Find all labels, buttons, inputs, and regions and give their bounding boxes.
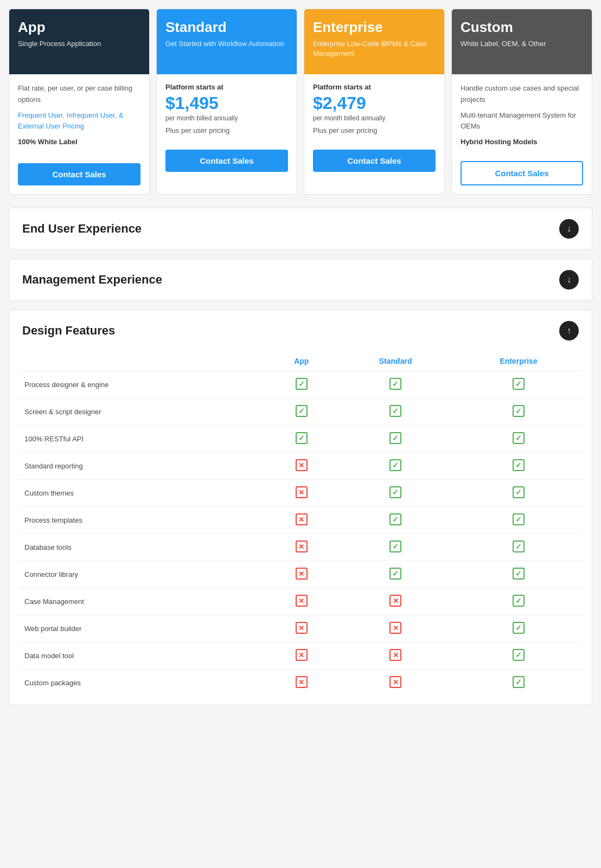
accordion-icon-end-user: ↓ xyxy=(559,219,579,239)
features-table: AppStandardEnterprise Process designer &… xyxy=(18,351,583,696)
plan-card-app: AppSingle Process ApplicationFlat rate, … xyxy=(9,9,150,195)
plan-feature-item: Hybrid Hosting Models xyxy=(461,137,583,148)
table-row: Process templates xyxy=(18,506,583,533)
design-features-header[interactable]: Design Features ↑ xyxy=(9,310,592,351)
cross-icon xyxy=(389,595,401,607)
plan-price-note-enterprise: per month billed annually xyxy=(313,114,436,122)
feature-cell-app xyxy=(266,533,337,561)
plan-body-standard: Platform starts at$1,495per month billed… xyxy=(157,74,297,194)
plan-pricing-label-standard: Platform starts at xyxy=(165,83,288,91)
check-icon xyxy=(296,432,308,444)
feature-name-cell: Screen & script designer xyxy=(18,398,266,425)
feature-name-cell: Standard reporting xyxy=(18,452,266,479)
check-icon xyxy=(513,541,525,552)
feature-cell-enterprise xyxy=(454,479,583,506)
check-icon xyxy=(296,378,308,390)
cross-icon xyxy=(296,568,308,580)
check-icon xyxy=(513,486,525,498)
feature-cell-standard xyxy=(337,506,454,533)
feature-col-header-enterprise: Enterprise xyxy=(454,351,583,371)
feature-cell-app xyxy=(266,506,337,533)
feature-cell-standard xyxy=(337,479,454,506)
plan-name-enterprise: Enterprise xyxy=(313,19,436,36)
feature-cell-standard xyxy=(337,669,454,696)
contact-sales-button-standard[interactable]: Contact Sales xyxy=(165,150,288,172)
plan-features-app: Flat rate, per user, or per case billing… xyxy=(18,83,140,155)
design-features-section: Design Features ↑ AppStandardEnterprise … xyxy=(9,310,592,705)
cross-icon xyxy=(296,459,308,471)
plan-cta-enterprise: Contact Sales xyxy=(313,150,436,172)
table-row: Database tools xyxy=(18,533,583,561)
plan-name-standard: Standard xyxy=(165,19,288,36)
feature-cell-app xyxy=(266,425,337,452)
plan-header-enterprise: EnterpriseEnterprise Low-Code iBPMs & Ca… xyxy=(304,9,444,74)
table-row: Custom themes xyxy=(18,479,583,506)
feature-name-cell: Process templates xyxy=(18,506,266,533)
table-row: Web portal builder xyxy=(18,615,583,642)
accordion-icon-management: ↓ xyxy=(559,270,579,290)
feature-cell-standard xyxy=(337,533,454,561)
cross-icon xyxy=(296,622,308,634)
feature-cell-standard xyxy=(337,452,454,479)
plan-header-standard: StandardGet Started with Workflow Automa… xyxy=(157,9,297,74)
cross-icon xyxy=(296,513,308,525)
check-icon xyxy=(513,459,525,471)
feature-cell-standard xyxy=(337,642,454,669)
check-icon xyxy=(513,622,525,634)
contact-sales-button-custom[interactable]: Contact Sales xyxy=(461,161,583,185)
feature-cell-app xyxy=(266,669,337,696)
feature-cell-standard xyxy=(337,615,454,642)
feature-cell-app xyxy=(266,615,337,642)
plan-subtitle-standard: Get Started with Workflow Automation xyxy=(165,39,288,49)
check-icon xyxy=(389,541,401,552)
feature-name-cell: Custom themes xyxy=(18,479,266,506)
cross-icon xyxy=(296,595,308,607)
feature-cell-enterprise xyxy=(454,561,583,588)
table-row: Data model tool xyxy=(18,642,583,669)
end-user-experience-accordion[interactable]: End User Experience ↓ xyxy=(9,208,592,250)
feature-name-cell: Connector library xyxy=(18,561,266,588)
feature-name-cell: Data model tool xyxy=(18,642,266,669)
feature-cell-app xyxy=(266,561,337,588)
cross-icon xyxy=(389,622,401,634)
check-icon xyxy=(513,378,525,390)
design-features-title: Design Features xyxy=(22,324,115,338)
feature-cell-enterprise xyxy=(454,506,583,533)
feature-name-cell: Case Management xyxy=(18,588,266,615)
feature-cell-standard xyxy=(337,425,454,452)
pricing-cards: AppSingle Process ApplicationFlat rate, … xyxy=(9,9,592,195)
plan-feature-item: Multi-tenant Management System for OEMs xyxy=(461,110,583,133)
plan-name-custom: Custom xyxy=(461,19,583,36)
check-icon xyxy=(389,459,401,471)
plan-body-custom: Handle custom use cases and special proj… xyxy=(452,74,592,194)
plan-subtitle-custom: White Label, OEM, & Other xyxy=(461,39,583,49)
contact-sales-button-enterprise[interactable]: Contact Sales xyxy=(313,150,436,172)
feature-name-cell: Database tools xyxy=(18,533,266,561)
feature-cell-app xyxy=(266,398,337,425)
plan-name-app: App xyxy=(18,19,140,36)
table-row: Screen & script designer xyxy=(18,398,583,425)
feature-cell-standard xyxy=(337,588,454,615)
check-icon xyxy=(513,676,525,688)
plan-subtitle-enterprise: Enterprise Low-Code iBPMs & Case Managem… xyxy=(313,39,436,59)
plan-price-note-standard: per month billed annually xyxy=(165,114,288,122)
plan-extra-enterprise: Plus per user pricing xyxy=(313,126,436,134)
plan-card-custom: CustomWhite Label, OEM, & OtherHandle cu… xyxy=(451,9,592,195)
plan-feature-item: Flat rate, per user, or per case billing… xyxy=(18,83,140,106)
feature-cell-enterprise xyxy=(454,588,583,615)
check-icon xyxy=(513,595,525,607)
plan-cta-standard: Contact Sales xyxy=(165,150,288,172)
plan-body-enterprise: Platform starts at$2,479per month billed… xyxy=(304,74,444,194)
management-experience-accordion[interactable]: Management Experience ↓ xyxy=(9,259,592,301)
design-features-icon: ↑ xyxy=(559,321,579,340)
cross-icon xyxy=(296,649,308,661)
plan-cta-custom: Contact Sales xyxy=(461,161,583,185)
check-icon xyxy=(296,405,308,417)
features-table-wrapper: AppStandardEnterprise Process designer &… xyxy=(9,351,592,705)
table-row: Process designer & engine xyxy=(18,371,583,398)
contact-sales-button-app[interactable]: Contact Sales xyxy=(18,163,140,185)
plan-price-standard: $1,495 xyxy=(165,93,288,113)
plan-feature-item: 100% White Label xyxy=(18,137,140,148)
plan-features-custom: Handle custom use cases and special proj… xyxy=(461,83,583,152)
check-icon xyxy=(513,649,525,661)
